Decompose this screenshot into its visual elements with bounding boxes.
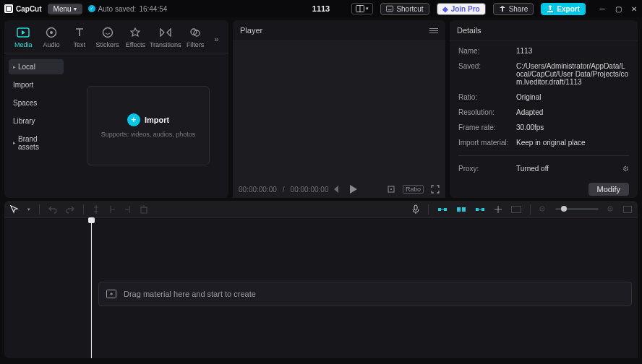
svg-marker-13 (334, 186, 338, 193)
details-header: Details (450, 20, 638, 41)
frame-align-button[interactable] (387, 185, 395, 194)
player-time-divider: / (283, 186, 285, 194)
tab-transitions[interactable]: Transitions (150, 25, 181, 53)
svg-rect-28 (624, 206, 632, 212)
details-row-ratio: Ratio:Original (458, 93, 629, 101)
record-voiceover-button[interactable] (412, 204, 419, 214)
preview-axis-button[interactable] (494, 205, 502, 214)
undo-button[interactable] (48, 205, 57, 214)
import-subtitle: Supports: videos, audios, photos (101, 131, 196, 138)
detail-label: Resolution: (458, 108, 509, 116)
play-button[interactable] (350, 185, 357, 194)
svg-marker-9 (160, 29, 164, 36)
split-button[interactable] (93, 205, 100, 214)
cover-button[interactable] (511, 206, 521, 213)
join-pro-button[interactable]: ◆ Join Pro (437, 3, 486, 15)
plus-circle-icon: + (127, 113, 140, 126)
details-row-import: Import material:Keep in original place (458, 139, 629, 147)
tab-effects[interactable]: Effects (122, 25, 149, 53)
selection-tool[interactable] (10, 205, 19, 214)
tab-label: Text (74, 41, 86, 48)
media-body: ▸Local Import Spaces Library ▸Brand asse… (4, 53, 228, 198)
sidebar-item-brand-assets[interactable]: ▸Brand assets (9, 131, 64, 155)
delete-button[interactable] (140, 205, 147, 214)
timeline-track-gutter (4, 218, 91, 358)
tab-text[interactable]: Text (67, 25, 93, 53)
titlebar: CapCut Menu ▾ ✓ Auto saved: 16:44:54 111… (0, 0, 642, 17)
window-controls: ─ ▢ ✕ (599, 5, 638, 12)
timeline-tracks[interactable]: Drag material here and start to create (91, 218, 638, 358)
zoom-out-button[interactable] (539, 206, 547, 213)
timeline-drop-track[interactable]: Drag material here and start to create (98, 282, 632, 306)
layout-preset-button[interactable]: ▾ (351, 3, 373, 14)
divider (83, 204, 84, 214)
auto-snap-button[interactable] (456, 205, 466, 214)
delete-right-button[interactable] (124, 205, 132, 214)
playhead[interactable] (91, 218, 92, 358)
check-circle-icon: ✓ (88, 5, 95, 12)
delete-left-button[interactable] (108, 205, 116, 214)
detail-value: Keep in original place (516, 139, 629, 147)
more-tabs-button[interactable]: » (210, 35, 223, 43)
zoom-in-button[interactable] (607, 206, 615, 213)
add-clip-icon (106, 290, 116, 298)
tab-media[interactable]: Media (10, 25, 37, 53)
proxy-settings-button[interactable]: ⚙ (622, 165, 629, 173)
sidebar-item-spaces[interactable]: Spaces (9, 95, 64, 110)
sidebar-item-local[interactable]: ▸Local (9, 59, 64, 74)
tool-dropdown[interactable]: ▾ (27, 207, 30, 212)
minimize-button[interactable]: ─ (599, 5, 606, 12)
zoom-slider[interactable] (555, 208, 599, 210)
svg-marker-14 (350, 185, 357, 194)
tab-label: Audio (43, 41, 60, 48)
ratio-button[interactable]: Ratio (403, 185, 424, 194)
redo-button[interactable] (66, 205, 74, 214)
divider (428, 204, 429, 214)
effects-icon (129, 26, 142, 39)
svg-rect-25 (512, 206, 521, 212)
media-icon (17, 26, 30, 39)
export-button[interactable]: Export (541, 3, 586, 15)
svg-rect-22 (462, 207, 466, 212)
divider (39, 204, 40, 214)
export-icon (547, 5, 554, 12)
player-time-current: 00:00:00:00 (239, 186, 277, 194)
share-icon (499, 5, 506, 12)
zoom-slider-knob[interactable] (561, 206, 567, 212)
detail-value: C:/Users/Administrator/AppData/Local/Cap… (516, 62, 629, 86)
sidebar-item-library[interactable]: Library (9, 113, 64, 129)
divider (458, 155, 629, 156)
project-title: 1113 (312, 4, 330, 13)
import-button[interactable]: + Import Supports: videos, audios, photo… (87, 86, 210, 165)
export-label: Export (557, 5, 580, 13)
tab-label: Transitions (150, 41, 181, 48)
timeline-panel: ▾ (4, 201, 638, 358)
player-menu-button[interactable] (429, 28, 438, 33)
tab-filters[interactable]: Filters (182, 25, 209, 53)
shortcut-button[interactable]: Shortcut (380, 3, 429, 15)
main-track-magnet-button[interactable] (437, 205, 448, 214)
fullscreen-button[interactable] (431, 185, 440, 194)
prev-frame-button[interactable] (334, 186, 340, 193)
tab-stickers[interactable]: Stickers (94, 25, 121, 53)
share-button[interactable]: Share (493, 3, 534, 15)
tab-label: Effects (126, 41, 145, 48)
tab-audio[interactable]: Audio (38, 25, 65, 53)
autosave-time: 16:44:54 (139, 5, 167, 13)
fit-zoom-button[interactable] (623, 206, 632, 213)
media-sidemenu: ▸Local Import Spaces Library ▸Brand asse… (4, 53, 68, 198)
maximize-button[interactable]: ▢ (615, 5, 622, 12)
detail-value: Original (516, 93, 629, 101)
linkage-button[interactable] (475, 205, 485, 214)
import-title: Import (145, 116, 169, 124)
timeline-drop-hint: Drag material here and start to create (124, 290, 256, 298)
brand-text: CapCut (16, 5, 42, 13)
modify-button[interactable]: Modify (588, 183, 629, 196)
detail-label: Proxy: (458, 165, 509, 173)
sidebar-item-import[interactable]: Import (9, 77, 64, 92)
close-button[interactable]: ✕ (630, 5, 638, 12)
detail-label: Saved: (458, 62, 509, 70)
menu-button[interactable]: Menu ▾ (48, 4, 82, 14)
player-viewport[interactable]: 00:00:00:00 / 00:00:00:00 Ratio (233, 41, 445, 198)
detail-label: Frame rate: (458, 124, 509, 131)
